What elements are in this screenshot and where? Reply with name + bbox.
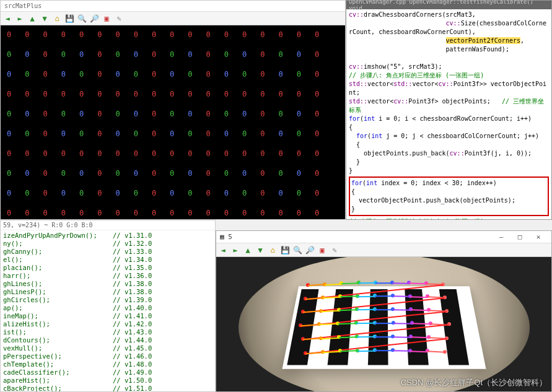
zoom-out-icon[interactable]: 🔎 [90,14,99,23]
zero-cell: 0 [315,189,319,198]
func-line[interactable]: ghLines(); // v1.38.0 [3,280,212,288]
funcs-list[interactable]: izeAndPyrUpAndPyrDown(); // v1.31.0ny();… [1,230,215,392]
zero-cell: 0 [297,129,301,138]
zero-cell: 0 [152,149,156,158]
code-tab[interactable]: OpenCVManager.cpp OpenCVManager::testfis… [346,1,551,9]
func-line[interactable]: chTemplate(); // v1.48.0 [3,360,212,368]
region-icon[interactable]: ▣ [102,14,111,23]
func-line[interactable]: cBackProject(); // v1.51.0 [3,385,212,392]
zero-cell: 0 [79,149,84,158]
corner-line [411,309,429,311]
func-line[interactable]: ghLinesP(); // v1.38.0 [3,288,212,296]
zero-cell: 0 [206,70,211,79]
forward-icon[interactable]: ► [15,14,24,23]
zero-cell: 0 [79,30,84,39]
region-icon[interactable]: ▣ [318,246,326,255]
corner-line [357,336,375,338]
home-icon[interactable]: ⌂ [53,14,61,23]
zero-cell: 0 [25,110,29,118]
zero-cell: 0 [61,70,66,79]
zoom-in-icon[interactable]: 🔍 [293,246,302,255]
func-line[interactable]: pPerspective(); // v1.46.0 [3,352,212,360]
func-line[interactable]: izeAndPyrUpAndPyrDown(); // v1.31.0 [3,232,212,240]
wand-icon[interactable]: ✎ [115,14,123,23]
zero-cell: 0 [43,70,47,79]
code-body[interactable]: cv::drawChessboardCorners(srcMat3, cv::S… [346,9,551,220]
func-line[interactable]: cadeClassifier(); // v1.49.0 [3,368,212,377]
wand-icon[interactable]: ✎ [330,246,339,255]
maximize-icon[interactable]: □ [510,233,529,241]
corner-line [375,323,393,324]
zero-cell: 0 [279,110,283,118]
func-line[interactable]: ineMap(); // v1.41.0 [3,312,212,320]
zero-cell: 0 [7,209,11,217]
window-image: ▦ 5 — □ ✕ ◄ ► ▲ ▼ ⌂ 💾 🔍 🔎 ▣ ✎ [216,230,552,392]
func-line[interactable]: ny(); // v1.32.0 [3,240,212,248]
zero-cell: 0 [25,209,29,217]
up-icon[interactable]: ▲ [243,246,252,255]
down-icon[interactable]: ▼ [256,246,265,255]
func-line[interactable]: el(); // v1.34.0 [3,256,212,264]
corner-line [411,336,429,338]
up-icon[interactable]: ▲ [28,14,37,23]
zero-cell: 0 [224,189,229,198]
zoom-out-icon[interactable]: 🔎 [305,246,314,255]
forward-icon[interactable]: ► [231,246,240,255]
corner-line [375,282,392,284]
func-line[interactable]: alizeHist(); // v1.42.0 [3,320,212,328]
zero-cell: 0 [61,189,66,198]
zero-cell: 0 [79,209,84,217]
corner-line [308,284,325,287]
func-line[interactable]: ghCircles(); // v1.39.0 [3,296,212,304]
minimize-icon[interactable]: — [492,233,510,241]
zero-cell: 0 [134,110,138,118]
zero-cell: 0 [260,90,265,98]
zero-cell: 0 [152,189,156,198]
save-icon[interactable]: 💾 [281,246,289,255]
close-icon[interactable]: ✕ [529,233,548,241]
zero-cell: 0 [7,129,11,138]
back-icon[interactable]: ◄ [219,246,227,255]
zero-cell: 0 [315,149,319,158]
corner-line [393,295,410,297]
zero-cell: 0 [224,50,229,59]
func-line[interactable]: harr(); // v1.36.0 [3,272,212,280]
zoom-in-icon[interactable]: 🔍 [77,14,86,23]
zero-cell: 0 [242,129,247,138]
home-icon[interactable]: ⌂ [268,246,277,255]
corner-line [357,295,375,297]
func-line[interactable]: placian(); // v1.35.0 [3,264,212,272]
code-highlight-box-1: for(int index = 0; index < 30; index++) … [349,176,549,216]
func-line[interactable]: dContours(); // v1.44.0 [3,336,212,344]
func-line[interactable]: ist(); // v1.43.0 [3,328,212,336]
zero-cell: 0 [260,209,265,217]
zero-cell: 0 [279,30,283,39]
zero-cell: 0 [134,70,138,79]
zeros-titlebar[interactable]: srcMatPlus [1,1,345,12]
corner-line [339,336,357,338]
corner-line [392,282,409,284]
zero-cell: 0 [25,50,29,59]
func-line[interactable]: vexHull(); // v1.45.0 [3,344,212,352]
zero-cell: 0 [25,70,29,79]
func-line[interactable]: ap(); // v1.40.0 [3,304,212,312]
func-line[interactable]: ghCanny(); // v1.33.0 [3,248,212,256]
corner-line [323,297,340,298]
zero-cell: 0 [224,30,229,39]
down-icon[interactable]: ▼ [40,14,49,23]
zero-cell: 0 [61,50,66,59]
func-line[interactable]: apareHist(); // v1.50.0 [3,377,212,385]
zero-cell: 0 [260,129,265,138]
zero-cell: 0 [134,129,138,138]
save-icon[interactable]: 💾 [65,14,74,23]
corner-line [409,282,426,284]
zero-cell: 0 [43,90,47,98]
zero-cell: 0 [260,30,265,39]
zeros-toolbar: ◄ ► ▲ ▼ ⌂ 💾 🔍 🔎 ▣ ✎ [1,12,345,25]
image-toolbar: ◄ ► ▲ ▼ ⌂ 💾 🔍 🔎 ▣ ✎ [216,243,551,257]
image-titlebar[interactable]: ▦ 5 — □ ✕ [216,231,551,243]
zero-cell: 0 [297,90,301,98]
zero-cell: 0 [115,70,120,79]
back-icon[interactable]: ◄ [3,14,12,23]
zero-cell: 0 [43,50,47,59]
